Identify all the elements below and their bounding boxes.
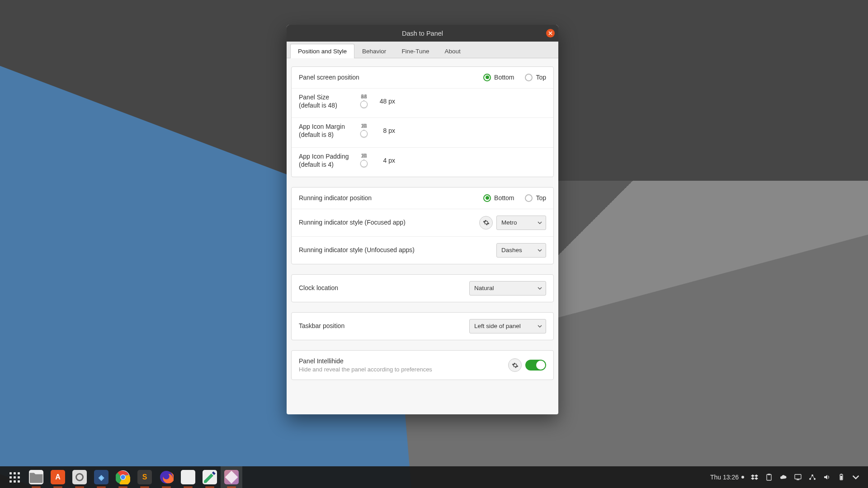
panel: A ◈ S Thu 13:26 [0, 466, 868, 488]
tray-volume[interactable] [823, 473, 831, 481]
intellihide-toggle[interactable] [525, 360, 546, 371]
firefox-icon [159, 470, 174, 484]
row-clock-location: Clock location Natural [292, 275, 553, 302]
card-panel-settings: Panel screen position Bottom Top Panel S… [291, 66, 554, 177]
svg-rect-14 [840, 476, 842, 479]
settings-window: Dash to Panel Position and Style Behavio… [287, 25, 558, 414]
indicator-focused-dropdown[interactable]: Metro [496, 216, 546, 230]
notification-dot-icon [741, 476, 744, 479]
row-indicator-focused: Running indicator style (Focused app) Me… [292, 209, 553, 237]
chevron-down-icon [852, 474, 859, 481]
icon-padding-label: App Icon Padding (default is 4) [299, 152, 358, 169]
panel-position-label: Panel screen position [299, 73, 483, 82]
icon-padding-value: 4 px [370, 157, 395, 164]
show-apps-button[interactable] [4, 466, 25, 488]
svg-point-3 [121, 475, 125, 479]
tab-position-style[interactable]: Position and Style [290, 44, 354, 58]
tray-dropbox[interactable] [750, 473, 759, 481]
svg-rect-6 [768, 474, 770, 475]
indicator-focused-settings-button[interactable] [479, 216, 493, 230]
taskbar-position-dropdown[interactable]: Left side of panel [469, 319, 546, 333]
app-calendar[interactable] [177, 466, 199, 488]
monitor-icon [794, 474, 802, 481]
svg-rect-5 [767, 474, 771, 480]
tray-display[interactable] [794, 473, 802, 481]
radio-top[interactable]: Top [525, 74, 546, 81]
chevron-down-icon [538, 248, 542, 253]
pencil-icon [203, 470, 217, 484]
icon-margin-value: 8 px [370, 127, 395, 134]
panel-clock[interactable]: Thu 13:26 [710, 474, 744, 481]
radio-bottom[interactable]: Bottom [483, 74, 514, 81]
app-sublime[interactable]: S [134, 466, 156, 488]
app-chrome[interactable] [112, 466, 134, 488]
chevron-down-icon [538, 221, 542, 225]
clipboard-icon [765, 474, 773, 481]
card-clock: Clock location Natural [291, 274, 554, 302]
svg-rect-13 [841, 474, 842, 475]
gear-icon [512, 362, 519, 369]
app-dash-to-panel[interactable] [221, 466, 242, 488]
clock-location-dropdown[interactable]: Natural [469, 281, 546, 296]
chevron-down-icon [538, 286, 542, 291]
dropbox-icon [751, 474, 758, 481]
panel-size-value: 48 px [370, 98, 395, 105]
row-icon-padding: App Icon Padding (default is 4) 4 8 12 1… [292, 148, 553, 177]
network-icon [809, 474, 816, 481]
panel-position-radio-group: Bottom Top [483, 74, 546, 81]
diamond-icon [224, 470, 239, 484]
app-disks[interactable] [69, 466, 90, 488]
tab-fine-tune[interactable]: Fine-Tune [394, 44, 437, 58]
row-panel-size: Panel Size (default is 48) 24 32 48 64 9… [292, 89, 553, 118]
disk-icon [75, 473, 84, 481]
app-firefox[interactable] [156, 466, 177, 488]
close-icon [548, 31, 552, 35]
tray-weather[interactable] [779, 473, 788, 481]
row-icon-margin: App Icon Margin (default is 8) 4 8 12 16… [292, 118, 553, 147]
intellihide-label: Panel Intellihide [299, 357, 508, 366]
panel-left: A ◈ S [4, 466, 242, 488]
folder-icon [29, 470, 43, 484]
row-indicator-position: Running indicator position Bottom Top [292, 188, 553, 209]
tray-clipboard[interactable] [765, 473, 773, 481]
card-intellihide: Panel Intellihide Hide and reveal the pa… [291, 350, 554, 380]
indicator-position-radio-group: Bottom Top [483, 194, 546, 202]
cloud-icon [780, 474, 787, 481]
close-button[interactable] [546, 29, 555, 38]
chrome-icon [116, 470, 130, 484]
indicator-unfocused-dropdown[interactable]: Dashes [496, 243, 546, 258]
tab-about[interactable]: About [437, 44, 468, 58]
window-title: Dash to Panel [402, 30, 443, 37]
tray-network[interactable] [808, 473, 816, 481]
content-area: Panel screen position Bottom Top Panel S… [287, 58, 558, 398]
card-indicators: Running indicator position Bottom Top Ru… [291, 187, 554, 264]
card-taskbar-position: Taskbar position Left side of panel [291, 312, 554, 340]
tray-battery[interactable] [837, 473, 845, 481]
chevron-down-icon [538, 324, 542, 328]
svg-rect-7 [795, 474, 801, 479]
panel-size-label: Panel Size (default is 48) [299, 93, 358, 109]
calendar-icon [181, 470, 195, 484]
panel-right: Thu 13:26 [710, 473, 864, 481]
row-taskbar-position: Taskbar position Left side of panel [292, 313, 553, 340]
row-indicator-unfocused: Running indicator style (Unfocused apps)… [292, 237, 553, 264]
battery-icon [838, 474, 845, 481]
tab-behavior[interactable]: Behavior [354, 44, 394, 58]
intellihide-settings-button[interactable] [508, 358, 522, 372]
svg-rect-8 [797, 479, 799, 480]
app-virtualbox[interactable]: ◈ [90, 466, 112, 488]
titlebar[interactable]: Dash to Panel [287, 25, 558, 42]
tray-arrow[interactable] [852, 473, 860, 481]
tab-bar: Position and Style Behavior Fine-Tune Ab… [287, 42, 558, 58]
app-gedit[interactable] [199, 466, 221, 488]
icon-margin-label: App Icon Margin (default is 8) [299, 122, 358, 139]
speaker-icon [823, 474, 830, 481]
gear-icon [483, 219, 490, 226]
row-intellihide: Panel Intellihide Hide and reveal the pa… [292, 351, 553, 380]
radio-indicator-bottom[interactable]: Bottom [483, 194, 514, 202]
app-ubuntu-software[interactable]: A [47, 466, 69, 488]
row-panel-position: Panel screen position Bottom Top [292, 67, 553, 89]
app-files[interactable] [25, 466, 47, 488]
radio-indicator-top[interactable]: Top [525, 194, 546, 202]
apps-grid-icon [9, 472, 20, 483]
